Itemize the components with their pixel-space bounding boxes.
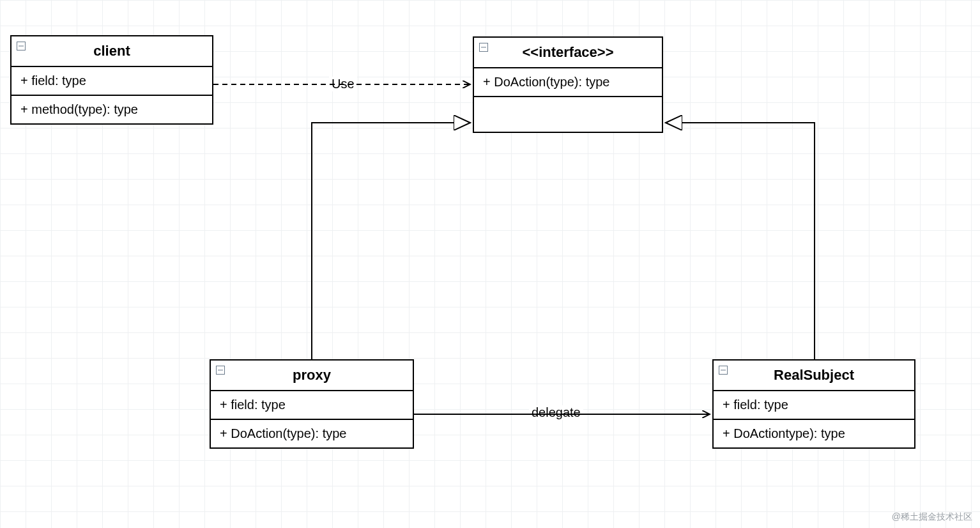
class-realsubject[interactable]: RealSubject + field: type + DoActiontype…: [712, 359, 915, 449]
class-interface-blank: [474, 97, 662, 132]
collapse-icon[interactable]: [216, 366, 225, 375]
class-client-field: + field: type: [11, 67, 212, 96]
class-interface-title-section: <<interface>>: [474, 38, 662, 68]
class-proxy-method: + DoAction(type): type: [211, 420, 413, 447]
edge-label-delegate: delegate: [529, 405, 583, 420]
class-client-method: + method(type): type: [11, 96, 212, 123]
class-proxy-title-section: proxy: [211, 361, 413, 391]
class-client-title-section: client: [11, 36, 212, 67]
class-interface-title: <<interface>>: [522, 44, 613, 60]
class-client-title: client: [93, 43, 130, 59]
class-realsubject-title-section: RealSubject: [714, 361, 914, 391]
edge-label-use: Use: [329, 77, 357, 91]
class-client[interactable]: client + field: type + method(type): typ…: [10, 35, 213, 125]
class-proxy-title: proxy: [293, 367, 331, 383]
class-proxy-field: + field: type: [211, 391, 413, 420]
collapse-icon[interactable]: [479, 43, 488, 52]
class-realsubject-title: RealSubject: [774, 367, 854, 383]
class-interface[interactable]: <<interface>> + DoAction(type): type: [473, 36, 663, 133]
collapse-icon[interactable]: [17, 42, 26, 50]
class-interface-method: + DoAction(type): type: [474, 68, 662, 97]
class-realsubject-field: + field: type: [714, 391, 914, 420]
collapse-icon[interactable]: [719, 366, 728, 375]
class-realsubject-method: + DoActiontype): type: [714, 420, 914, 447]
class-proxy[interactable]: proxy + field: type + DoAction(type): ty…: [210, 359, 414, 449]
watermark: @稀土掘金技术社区: [892, 511, 972, 523]
